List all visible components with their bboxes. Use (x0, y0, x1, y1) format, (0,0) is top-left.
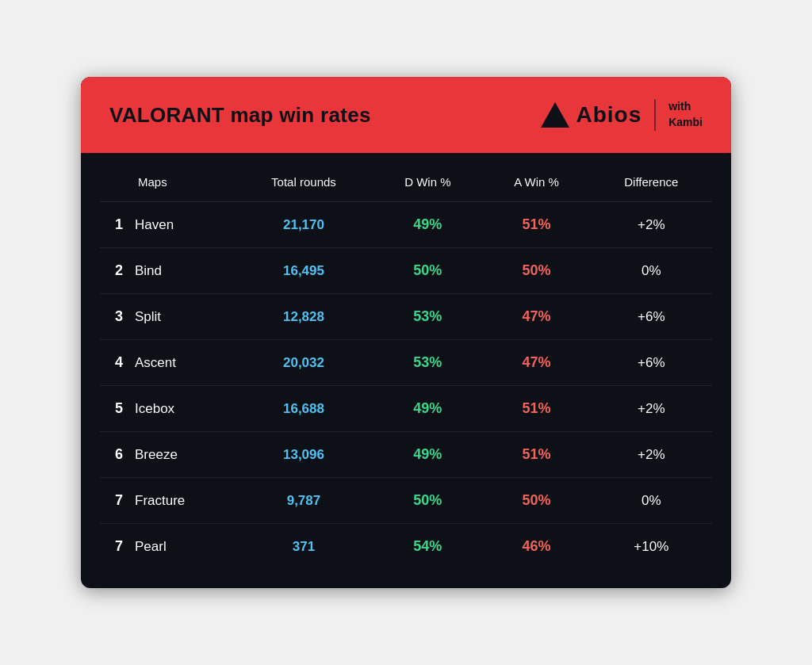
a-win-cell: 51% (483, 386, 591, 432)
d-win-cell: 50% (373, 248, 482, 294)
d-win-cell: 49% (373, 432, 482, 478)
col-header-d-win: D Win % (373, 159, 482, 202)
table-body: 1 Haven 21,170 49% 51% +2% 2 Bind 16,495… (100, 202, 712, 570)
table-row: 4 Ascent 20,032 53% 47% +6% (100, 340, 712, 386)
table-row: 7 Fracture 9,787 50% 50% 0% (100, 478, 712, 524)
col-header-total-rounds: Total rounds (235, 159, 373, 202)
rank-cell: 7 (100, 478, 128, 524)
card: VALORANT map win rates Abios with Kambi … (81, 77, 731, 588)
kambi-name: Kambi (668, 115, 703, 131)
map-name-cell: Icebox (128, 386, 235, 432)
a-win-cell: 51% (483, 202, 591, 248)
diff-cell: +2% (591, 432, 712, 478)
abios-name: Abios (576, 102, 642, 128)
total-rounds-cell: 20,032 (235, 340, 373, 386)
a-win-cell: 50% (483, 478, 591, 524)
table-container: Maps Total rounds D Win % A Win % Differ… (81, 153, 731, 588)
rank-cell: 6 (100, 432, 128, 478)
rank-cell: 2 (100, 248, 128, 294)
abios-triangle-icon (541, 102, 569, 128)
diff-cell: +6% (591, 294, 712, 340)
d-win-cell: 49% (373, 386, 482, 432)
map-name-cell: Breeze (128, 432, 235, 478)
brand-area: Abios with Kambi (541, 99, 703, 131)
a-win-cell: 47% (483, 294, 591, 340)
kambi-brand: with Kambi (668, 99, 703, 130)
rank-cell: 7 (100, 524, 128, 570)
d-win-cell: 49% (373, 202, 482, 248)
table-row: 5 Icebox 16,688 49% 51% +2% (100, 386, 712, 432)
rank-cell: 4 (100, 340, 128, 386)
diff-cell: 0% (591, 248, 712, 294)
col-header-maps: Maps (100, 159, 235, 202)
table-row: 3 Split 12,828 53% 47% +6% (100, 294, 712, 340)
table-row: 1 Haven 21,170 49% 51% +2% (100, 202, 712, 248)
abios-logo: Abios (541, 102, 642, 128)
d-win-cell: 50% (373, 478, 482, 524)
page-title: VALORANT map win rates (109, 103, 371, 128)
map-name-cell: Ascent (128, 340, 235, 386)
total-rounds-cell: 13,096 (235, 432, 373, 478)
diff-cell: +6% (591, 340, 712, 386)
d-win-cell: 53% (373, 294, 482, 340)
a-win-cell: 50% (483, 248, 591, 294)
table-header-row: Maps Total rounds D Win % A Win % Differ… (100, 159, 712, 202)
brand-divider (654, 99, 656, 131)
diff-cell: +2% (591, 386, 712, 432)
map-name-cell: Split (128, 294, 235, 340)
map-name-cell: Haven (128, 202, 235, 248)
d-win-cell: 54% (373, 524, 482, 570)
rank-cell: 5 (100, 386, 128, 432)
map-name-cell: Pearl (128, 524, 235, 570)
total-rounds-cell: 9,787 (235, 478, 373, 524)
data-table: Maps Total rounds D Win % A Win % Differ… (100, 159, 712, 569)
a-win-cell: 51% (483, 432, 591, 478)
col-header-difference: Difference (591, 159, 712, 202)
total-rounds-cell: 12,828 (235, 294, 373, 340)
header: VALORANT map win rates Abios with Kambi (81, 77, 731, 153)
total-rounds-cell: 16,688 (235, 386, 373, 432)
table-row: 7 Pearl 371 54% 46% +10% (100, 524, 712, 570)
col-header-a-win: A Win % (483, 159, 591, 202)
rank-cell: 1 (100, 202, 128, 248)
table-row: 6 Breeze 13,096 49% 51% +2% (100, 432, 712, 478)
diff-cell: +2% (591, 202, 712, 248)
diff-cell: +10% (591, 524, 712, 570)
d-win-cell: 53% (373, 340, 482, 386)
total-rounds-cell: 21,170 (235, 202, 373, 248)
map-name-cell: Bind (128, 248, 235, 294)
rank-cell: 3 (100, 294, 128, 340)
total-rounds-cell: 371 (235, 524, 373, 570)
a-win-cell: 47% (483, 340, 591, 386)
total-rounds-cell: 16,495 (235, 248, 373, 294)
kambi-with: with (668, 99, 703, 115)
table-row: 2 Bind 16,495 50% 50% 0% (100, 248, 712, 294)
diff-cell: 0% (591, 478, 712, 524)
a-win-cell: 46% (483, 524, 591, 570)
map-name-cell: Fracture (128, 478, 235, 524)
